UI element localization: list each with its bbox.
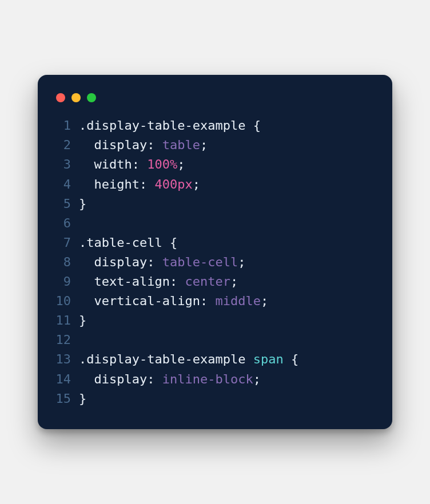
code-line: 7.table-cell { bbox=[54, 233, 376, 253]
token-brace: } bbox=[79, 313, 86, 327]
token-content bbox=[79, 157, 94, 171]
line-number: 11 bbox=[54, 311, 79, 330]
line-number: 5 bbox=[54, 194, 79, 214]
line-content bbox=[79, 214, 86, 233]
token-selector: .table-cell bbox=[79, 235, 170, 250]
code-line: 9 text-align: center; bbox=[54, 272, 376, 291]
token-property: vertical-align bbox=[94, 294, 200, 308]
code-line: 5} bbox=[54, 194, 376, 214]
token-val-keyword: center bbox=[185, 274, 230, 289]
token-colon: : bbox=[140, 177, 155, 191]
token-selector: .display-table-example bbox=[79, 352, 253, 366]
close-icon[interactable] bbox=[56, 93, 65, 102]
line-content: display: table-cell; bbox=[79, 253, 245, 272]
token-val-keyword: middle bbox=[215, 294, 260, 308]
line-number: 1 bbox=[54, 116, 79, 135]
line-content: vertical-align: middle; bbox=[79, 291, 268, 311]
token-brace: { bbox=[291, 352, 298, 366]
token-semi: ; bbox=[253, 372, 261, 386]
token-content bbox=[79, 255, 94, 269]
code-line: 11} bbox=[54, 311, 376, 330]
code-line: 6 bbox=[54, 214, 376, 233]
code-line: 14 display: inline-block; bbox=[54, 370, 376, 389]
token-semi: ; bbox=[238, 255, 245, 269]
token-brace: } bbox=[79, 197, 86, 211]
line-content: text-align: center; bbox=[79, 272, 238, 291]
code-line: 4 height: 400px; bbox=[54, 175, 376, 194]
code-line: 1.display-table-example { bbox=[54, 116, 376, 135]
token-val-number: 400px bbox=[154, 177, 192, 191]
token-selector: .display-table-example bbox=[79, 118, 253, 133]
token-semi: ; bbox=[261, 294, 268, 308]
token-colon: : bbox=[200, 294, 216, 308]
code-line: 13.display-table-example span { bbox=[54, 350, 376, 369]
line-content: display: inline-block; bbox=[79, 370, 261, 389]
token-semi: ; bbox=[193, 177, 200, 191]
line-content: width: 100%; bbox=[79, 155, 185, 174]
token-tag: span bbox=[253, 352, 284, 366]
line-content: .display-table-example { bbox=[79, 116, 261, 135]
line-number: 2 bbox=[54, 135, 79, 155]
token-semi: ; bbox=[200, 138, 208, 152]
token-val-keyword: table-cell bbox=[162, 255, 238, 269]
line-number: 14 bbox=[54, 370, 79, 389]
line-content: } bbox=[79, 194, 86, 214]
minimize-icon[interactable] bbox=[71, 93, 81, 102]
line-number: 12 bbox=[54, 330, 79, 350]
line-number: 13 bbox=[54, 350, 79, 369]
code-line: 2 display: table; bbox=[54, 135, 376, 155]
token-brace: { bbox=[170, 235, 177, 250]
code-line: 3 width: 100%; bbox=[54, 155, 376, 174]
token-content bbox=[79, 177, 94, 191]
zoom-icon[interactable] bbox=[87, 93, 96, 102]
token-content bbox=[79, 138, 94, 152]
token-colon: : bbox=[147, 372, 162, 386]
code-line: 8 display: table-cell; bbox=[54, 253, 376, 272]
code-window: 1.display-table-example {2 display: tabl… bbox=[38, 75, 392, 429]
code-line: 15} bbox=[54, 389, 376, 409]
token-semi: ; bbox=[230, 274, 238, 289]
line-number: 15 bbox=[54, 389, 79, 409]
line-number: 10 bbox=[54, 291, 79, 311]
token-semi: ; bbox=[177, 157, 185, 171]
code-block: 1.display-table-example {2 display: tabl… bbox=[54, 116, 376, 408]
code-line: 10 vertical-align: middle; bbox=[54, 291, 376, 311]
token-property: display bbox=[94, 372, 148, 386]
token-property: height bbox=[94, 177, 140, 191]
line-number: 9 bbox=[54, 272, 79, 291]
token-val-number: 100% bbox=[147, 157, 177, 171]
token-brace: { bbox=[253, 118, 261, 133]
line-number: 7 bbox=[54, 233, 79, 253]
token-colon: : bbox=[170, 274, 185, 289]
line-number: 6 bbox=[54, 214, 79, 233]
token-brace: } bbox=[79, 391, 86, 406]
token-colon: : bbox=[147, 138, 162, 152]
code-line: 12 bbox=[54, 330, 376, 350]
token-property: display bbox=[94, 255, 148, 269]
token-colon: : bbox=[147, 255, 162, 269]
line-number: 8 bbox=[54, 253, 79, 272]
line-number: 3 bbox=[54, 155, 79, 174]
line-content bbox=[79, 330, 86, 350]
token-val-keyword: table bbox=[162, 138, 200, 152]
line-content: } bbox=[79, 311, 86, 330]
token-content bbox=[79, 372, 94, 386]
line-content: .table-cell { bbox=[79, 233, 177, 253]
token-property: width bbox=[94, 157, 132, 171]
line-content: } bbox=[79, 389, 86, 409]
token-property: text-align bbox=[94, 274, 170, 289]
line-content: .display-table-example span { bbox=[79, 350, 298, 369]
token-content bbox=[79, 274, 94, 289]
token-selector bbox=[284, 352, 291, 366]
traffic-lights bbox=[54, 89, 376, 116]
line-content: height: 400px; bbox=[79, 175, 200, 194]
line-number: 4 bbox=[54, 175, 79, 194]
token-property: display bbox=[94, 138, 148, 152]
line-content: display: table; bbox=[79, 135, 208, 155]
token-val-keyword: inline-block bbox=[162, 372, 253, 386]
token-content bbox=[79, 294, 94, 308]
token-colon: : bbox=[132, 157, 148, 171]
